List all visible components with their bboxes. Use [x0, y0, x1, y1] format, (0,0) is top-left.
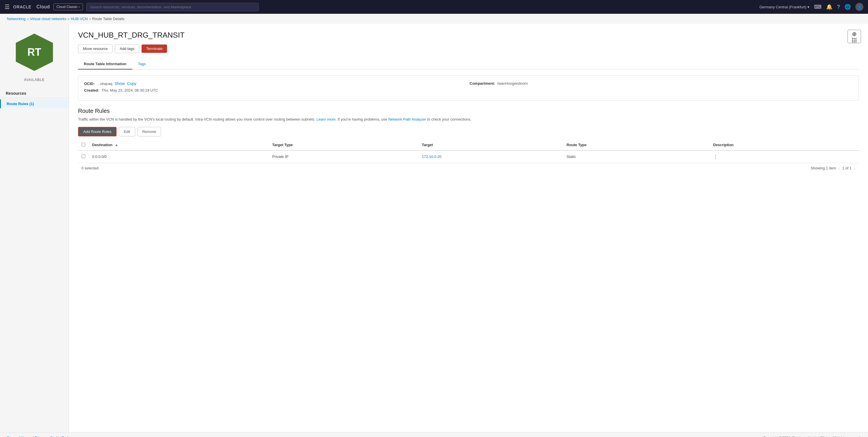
footer-right: Copyright © 2024, Oracle and/or its affi… — [763, 436, 861, 437]
route-rules-table: Destination ▲ Target Type Target Route T… — [78, 140, 859, 163]
resource-hexagon: RT — [16, 34, 53, 71]
region-selector[interactable]: Germany Central (Frankfurt) ▾ — [760, 5, 809, 9]
select-all-checkbox[interactable] — [82, 143, 85, 147]
region-chevron-icon: ▾ — [807, 5, 809, 9]
resource-icon-section: RT AVAILABLE — [0, 31, 69, 82]
compartment-label: Compartment: — [470, 81, 495, 86]
table-header-target: Target — [418, 140, 563, 151]
row-target: 172.16.0.20 — [418, 151, 563, 163]
oracle-logo: ORACLE Cloud — [13, 4, 50, 9]
compartment-value: IwanHoogendoorn — [497, 81, 528, 86]
top-navigation: ☰ ORACLE Cloud Cloud Classic › Germany C… — [0, 0, 868, 14]
pagination: Showing 1 item ‹ 1 of 1 › — [811, 166, 856, 171]
table-header-target-type: Target Type — [269, 140, 418, 151]
tab-tags[interactable]: Tags — [132, 59, 152, 69]
row-target-link[interactable]: 172.16.0.20 — [422, 154, 441, 159]
table-header-row: Destination ▲ Target Type Target Route T… — [78, 140, 859, 151]
status-badge: AVAILABLE — [24, 78, 45, 82]
main-layout: RT AVAILABLE Resources Route Rules (1) V… — [0, 24, 868, 432]
tabs: Route Table Information Tags — [78, 59, 859, 69]
breadcrumb-sep-2: » — [67, 17, 69, 21]
row-description: ⋮ — [710, 151, 859, 163]
action-buttons: Move resource Add tags Terminate — [78, 44, 859, 53]
table-header-description: Description — [710, 140, 859, 151]
hexagon-container: RT — [13, 31, 56, 74]
help-icon[interactable]: ? — [837, 4, 840, 10]
breadcrumb-networking[interactable]: Networking — [7, 17, 26, 21]
row-context-menu-icon[interactable]: ⋮ — [713, 154, 718, 160]
search-input[interactable] — [86, 3, 259, 11]
globe-icon[interactable]: 🌐 — [844, 4, 851, 10]
info-ocid-row: OCID: ...ohqcaq Show Copy Created: Thu, … — [84, 81, 467, 95]
table-header-route-type: Route Type — [563, 140, 710, 151]
row-route-type: Static — [563, 151, 710, 163]
row-checkbox-cell — [78, 151, 89, 163]
route-rules-description: Traffic within the VCN is handled by the… — [78, 117, 859, 122]
route-rules-title: Route Rules — [78, 108, 859, 114]
terms-link[interactable]: Terms of Use and Privacy — [7, 436, 46, 437]
ocid-show-link[interactable]: Show — [115, 81, 125, 86]
created-value: Thu, May 23, 2024, 06:30:19 UTC — [102, 88, 158, 92]
ocid-label: OCID: — [84, 82, 95, 86]
hexagon-label: RT — [28, 46, 41, 58]
avatar[interactable]: 👤 — [856, 3, 863, 11]
move-resource-button[interactable]: Move resource — [78, 44, 113, 53]
remove-button[interactable]: Remove — [137, 127, 161, 136]
add-tags-button[interactable]: Add tags — [115, 44, 139, 53]
table-footer: 0 selected Showing 1 item ‹ 1 of 1 › — [78, 163, 859, 173]
sidebar-item-route-rules[interactable]: Route Rules (1) — [0, 99, 69, 108]
row-destination: 0.0.0.0/0 — [89, 151, 269, 163]
terminal-icon[interactable]: ⌨ — [814, 4, 822, 10]
selected-count: 0 selected — [82, 166, 98, 170]
row-target-type: Private IP — [269, 151, 418, 163]
breadcrumb-sep-1: » — [27, 17, 29, 21]
info-compartment-row: Compartment: IwanHoogendoorn — [470, 81, 853, 95]
network-path-analyzer-link[interactable]: Network Path Analyzer — [389, 117, 426, 121]
row-checkbox[interactable] — [82, 154, 85, 158]
next-page-icon[interactable]: › — [854, 166, 856, 171]
created-label: Created: — [84, 88, 99, 92]
table-actions: Add Route Rules Edit Remove — [78, 127, 859, 136]
showing-label: Showing 1 item — [811, 166, 836, 170]
sidebar-resources-title: Resources — [0, 89, 69, 98]
bell-icon[interactable]: 🔔 — [826, 4, 832, 10]
nav-right: Germany Central (Frankfurt) ▾ ⌨ 🔔 ? 🌐 👤 — [760, 3, 863, 11]
info-panel: OCID: ...ohqcaq Show Copy Created: Thu, … — [78, 75, 859, 101]
cookies-link[interactable]: Cookie Preferences — [50, 436, 80, 437]
learn-more-link[interactable]: Learn more. — [317, 117, 337, 121]
life-ring-icon: ⊕ — [852, 30, 857, 37]
cloud-classic-button[interactable]: Cloud Classic › — [53, 3, 83, 10]
footer-left: Terms of Use and Privacy Cookie Preferen… — [7, 436, 80, 437]
add-route-rules-button[interactable]: Add Route Rules — [78, 127, 117, 136]
main-content: VCN_HUB_RT_DRG_TRANSIT Move resource Add… — [69, 24, 868, 432]
prev-page-icon[interactable]: ‹ — [838, 166, 840, 171]
hamburger-menu-icon[interactable]: ☰ — [5, 3, 10, 10]
tab-route-table-info[interactable]: Route Table Information — [78, 59, 132, 69]
page-footer: Terms of Use and Privacy Cookie Preferen… — [0, 432, 868, 437]
breadcrumb: Networking » Virtual cloud networks » HU… — [0, 14, 868, 24]
ocid-copy-link[interactable]: Copy — [127, 81, 136, 86]
breadcrumb-sep-3: » — [89, 17, 91, 21]
help-widget[interactable]: ⊕ — [847, 30, 861, 43]
sort-icon: ▲ — [115, 143, 118, 147]
edit-button[interactable]: Edit — [119, 127, 135, 136]
ocid-value: ...ohqcaq — [97, 82, 113, 86]
breadcrumb-current: Route Table Details — [92, 17, 125, 21]
table-header-checkbox-col — [78, 140, 89, 151]
terminate-button[interactable]: Terminate — [142, 44, 167, 53]
breadcrumb-vcn[interactable]: Virtual cloud networks — [30, 17, 66, 21]
table-row: 0.0.0.0/0 Private IP 172.16.0.20 Static … — [78, 151, 859, 163]
region-label: Germany Central (Frankfurt) — [760, 5, 806, 9]
breadcrumb-hub-vcn[interactable]: HUB-VCN — [71, 17, 88, 21]
page-title: VCN_HUB_RT_DRG_TRANSIT — [78, 31, 859, 40]
dots-grid-icon — [852, 38, 857, 42]
table-header-destination[interactable]: Destination ▲ — [89, 140, 269, 151]
info-grid: OCID: ...ohqcaq Show Copy Created: Thu, … — [84, 81, 853, 95]
sidebar: RT AVAILABLE Resources Route Rules (1) — [0, 24, 69, 432]
page-info: 1 of 1 — [842, 166, 851, 170]
